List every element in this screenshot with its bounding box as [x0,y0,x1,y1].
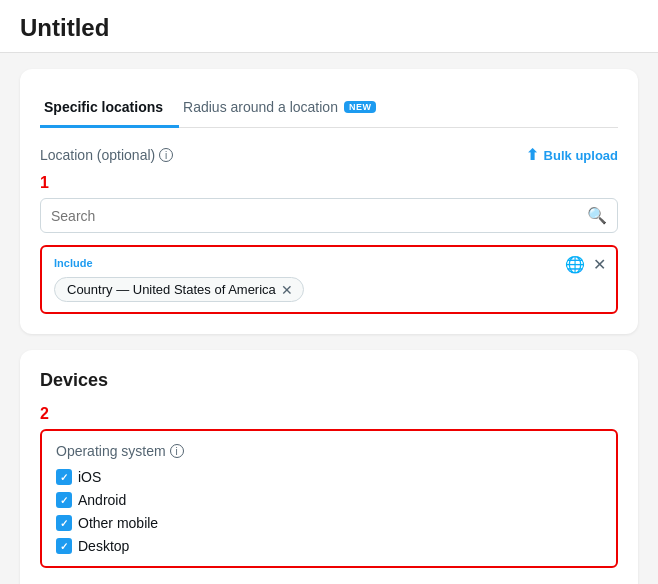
annotation-2: 2 [40,405,618,423]
devices-card: Devices 2 Operating system i iOS Android… [20,350,638,584]
location-search-input[interactable] [51,208,587,224]
location-label-text: Location (optional) [40,147,155,163]
tab-specific-locations-label: Specific locations [44,99,163,115]
desktop-checkbox[interactable] [56,538,72,554]
location-search-box: 🔍 [40,198,618,233]
devices-title: Devices [40,370,618,391]
tabs: Specific locations Radius around a locat… [40,89,618,128]
os-option-android[interactable]: Android [56,492,602,508]
location-section-header: Location (optional) i ⬆ Bulk upload [40,146,618,164]
desktop-label: Desktop [78,538,129,554]
os-option-other-mobile[interactable]: Other mobile [56,515,602,531]
tag-label: Country — United States of America [67,282,276,297]
close-include-icon[interactable]: ✕ [593,255,606,274]
bulk-upload-button[interactable]: ⬆ Bulk upload [526,146,618,164]
os-info-icon[interactable]: i [170,444,184,458]
include-label: Include [54,257,604,269]
tab-radius[interactable]: Radius around a location NEW [179,89,392,128]
os-option-desktop[interactable]: Desktop [56,538,602,554]
tag-remove-button[interactable]: ✕ [281,283,293,297]
tab-specific-locations[interactable]: Specific locations [40,89,179,128]
flag-icon[interactable]: 🌐 [565,255,585,274]
android-label: Android [78,492,126,508]
location-card: Specific locations Radius around a locat… [20,69,638,334]
search-icon: 🔍 [587,206,607,225]
ios-label: iOS [78,469,101,485]
tab-radius-label: Radius around a location [183,99,338,115]
os-option-ios[interactable]: iOS [56,469,602,485]
annotation-1: 1 [40,174,618,192]
page-title: Untitled [0,0,658,53]
include-box: Include 🌐 ✕ Country — United States of A… [40,245,618,314]
other-mobile-label: Other mobile [78,515,158,531]
os-label-text: Operating system [56,443,166,459]
android-checkbox[interactable] [56,492,72,508]
operating-system-box: Operating system i iOS Android Other mob… [40,429,618,568]
selected-location-tag: Country — United States of America ✕ [54,277,304,302]
location-info-icon[interactable]: i [159,148,173,162]
new-badge: NEW [344,101,377,113]
include-actions: 🌐 ✕ [565,255,606,274]
other-mobile-checkbox[interactable] [56,515,72,531]
location-label: Location (optional) i [40,147,173,163]
os-label: Operating system i [56,443,602,459]
ios-checkbox[interactable] [56,469,72,485]
bulk-upload-icon: ⬆ [526,146,539,164]
bulk-upload-label: Bulk upload [544,148,618,163]
